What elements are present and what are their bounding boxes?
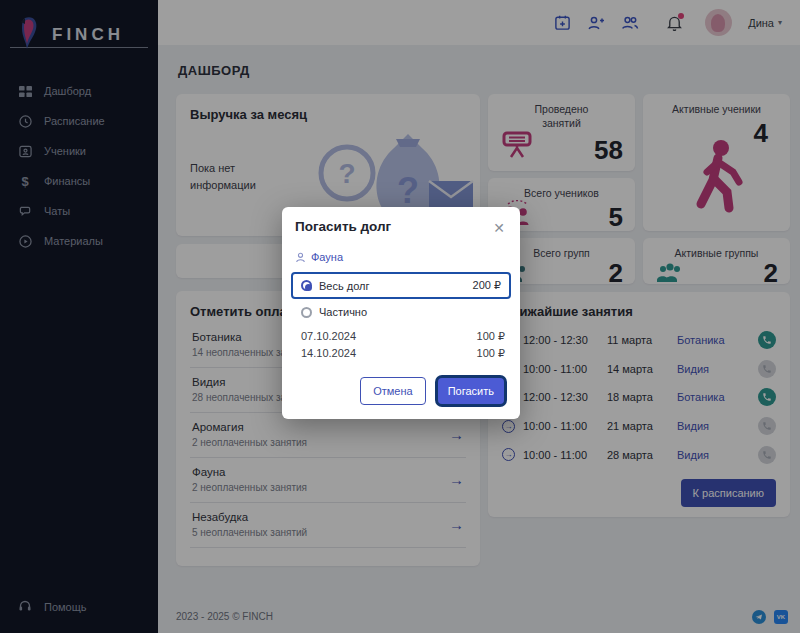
option-label: Частично (319, 306, 367, 318)
radio-unselected-icon[interactable] (301, 307, 312, 318)
close-icon[interactable]: ✕ (491, 219, 507, 237)
person-icon (295, 252, 306, 263)
option-full-debt[interactable]: Весь долг 200 ₽ (291, 272, 511, 299)
option-amount: 200 ₽ (473, 279, 501, 292)
cancel-button[interactable]: Отмена (360, 377, 425, 405)
submit-button[interactable]: Погасить (438, 378, 504, 404)
debt-list: 07.10.2024 100 ₽ 14.10.2024 100 ₽ (301, 328, 505, 361)
debt-row: 14.10.2024 100 ₽ (301, 345, 505, 362)
option-label: Весь долг (319, 280, 369, 292)
pay-debt-modal: Погасить долг ✕ Фауна Весь долг 200 ₽ Ча… (282, 207, 520, 419)
option-partial[interactable]: Частично (301, 306, 507, 318)
debt-row: 07.10.2024 100 ₽ (301, 328, 505, 345)
student-link[interactable]: Фауна (295, 251, 507, 263)
radio-selected-icon[interactable] (301, 280, 312, 291)
student-name: Фауна (311, 251, 343, 263)
modal-title: Погасить долг (295, 219, 391, 234)
